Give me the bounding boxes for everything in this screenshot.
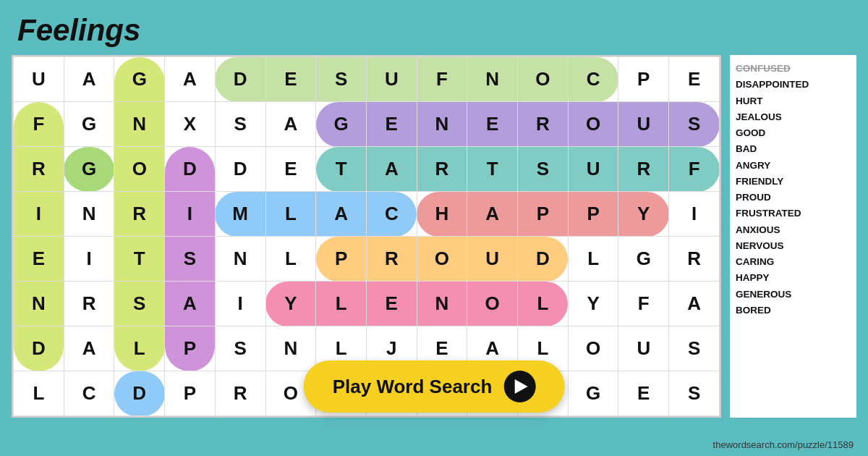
grid-row-5: E I T S N L P R O U D L G R xyxy=(14,237,720,282)
word-list-item-1: CONFUSED xyxy=(736,61,851,77)
word-list-item-7: ANGRY xyxy=(736,158,851,174)
word-list-item-14: HAPPY xyxy=(736,270,851,286)
word-list-item-10: FRUSTRATED xyxy=(736,206,851,221)
word-list-item-4: JEALOUS xyxy=(736,109,851,125)
grid-row-4: I N R I M L A C H A P P Y I xyxy=(14,192,720,237)
grid-row-1: U A G A D E S U F N O C P E xyxy=(14,57,720,102)
play-button-label: Play Word Search xyxy=(333,376,493,398)
word-list-item-15: GENEROUS xyxy=(736,287,851,303)
word-list-item-8: FRIENDLY xyxy=(736,174,851,190)
word-list-item-6: BAD xyxy=(736,141,851,157)
word-list-item-3: HURT xyxy=(736,93,851,109)
word-list-item-13: CARING xyxy=(736,254,851,270)
footer-url: thewordsearch.com/puzzle/11589 xyxy=(713,439,854,450)
word-list-item-5: GOOD xyxy=(736,125,851,141)
word-list-item-11: ANXIOUS xyxy=(736,222,851,238)
word-list-item-9: PROUD xyxy=(736,190,851,206)
grid-row-2: F G N X S A G E N E R O U S xyxy=(14,102,720,147)
word-list-item-12: NERVOUS xyxy=(736,238,851,254)
word-list: CONFUSED DISAPPOINTED HURT JEALOUS GOOD … xyxy=(730,55,856,418)
word-list-item-16: BORED xyxy=(736,303,851,318)
word-list-item-2: DISAPPOINTED xyxy=(736,77,851,93)
grid-row-6: N R S A I Y L E N O L Y F A xyxy=(14,282,720,326)
page-title: Feelings xyxy=(0,0,868,55)
play-button[interactable]: Play Word Search xyxy=(304,360,565,413)
play-triangle-icon xyxy=(514,379,527,394)
grid-row-3: R G O D D E T A R T S U R F xyxy=(14,147,720,192)
play-icon xyxy=(503,371,535,402)
